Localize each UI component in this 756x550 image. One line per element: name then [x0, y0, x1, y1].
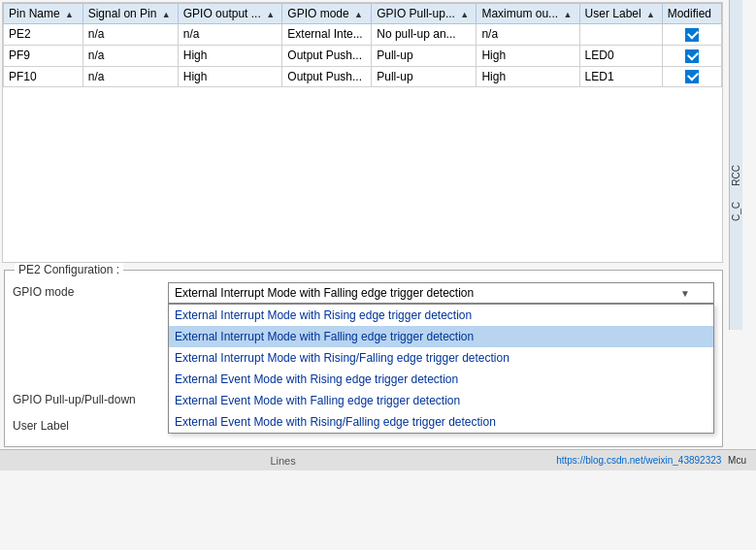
user-label-label: User Label	[13, 416, 168, 433]
dropdown-item-3[interactable]: External Interrupt Mode with Rising/Fall…	[169, 347, 713, 369]
cell-signal: n/a	[82, 24, 178, 46]
col-header-pin-name[interactable]: Pin Name ▲	[4, 4, 83, 24]
dropdown-item-6[interactable]: External Event Mode with Rising/Falling …	[169, 411, 713, 433]
cell-user-label	[579, 24, 662, 46]
table-area: Pin Name ▲ Signal on Pin ▲ GPIO output .…	[2, 2, 723, 263]
cell-signal: n/a	[82, 45, 178, 66]
config-section: PE2 Configuration : GPIO mode External I…	[4, 270, 723, 447]
dropdown-item-2[interactable]: External Interrupt Mode with Falling edg…	[169, 326, 713, 347]
cell-max-out: High	[477, 45, 579, 66]
sort-arrow-max-out: ▲	[563, 10, 572, 19]
col-header-user-label[interactable]: User Label ▲	[579, 4, 662, 24]
col-header-signal[interactable]: Signal on Pin ▲	[82, 4, 178, 24]
gpio-mode-control: External Interrupt Mode with Falling edg…	[168, 282, 714, 304]
cell-gpio-mode: Output Push...	[282, 45, 372, 66]
gpio-mode-value: External Interrupt Mode with Falling edg…	[175, 286, 474, 300]
cell-gpio-pullup: Pull-up	[372, 45, 477, 66]
cell-gpio-output: High	[178, 45, 282, 66]
cell-user-label: LED1	[579, 66, 662, 87]
cell-max-out: n/a	[477, 24, 579, 46]
gpio-table: Pin Name ▲ Signal on Pin ▲ GPIO output .…	[3, 3, 722, 87]
sort-arrow-pin-name: ▲	[65, 10, 74, 19]
cell-max-out: High	[477, 66, 579, 87]
cell-pin-name: PF9	[4, 45, 83, 66]
gpio-mode-label: GPIO mode	[13, 282, 168, 299]
cell-gpio-mode: External Inte...	[282, 24, 372, 46]
cell-gpio-output: High	[178, 66, 282, 87]
table-row[interactable]: PE2 n/a n/a External Inte... No pull-up …	[4, 24, 722, 46]
table-header-row: Pin Name ▲ Signal on Pin ▲ GPIO output .…	[4, 4, 722, 24]
cell-pin-name: PF10	[4, 66, 83, 87]
main-container: Pin Name ▲ Signal on Pin ▲ GPIO output .…	[0, 0, 756, 550]
cell-pin-name: PE2	[4, 24, 83, 46]
gpio-mode-dropdown: External Interrupt Mode with Rising edge…	[168, 304, 714, 434]
cell-modified	[662, 66, 721, 87]
cell-gpio-output: n/a	[178, 24, 282, 46]
dropdown-item-4[interactable]: External Event Mode with Rising edge tri…	[169, 369, 713, 390]
col-header-gpio-mode[interactable]: GPIO mode ▲	[282, 4, 372, 24]
empty-table-area	[3, 87, 722, 262]
sidebar-label-cc[interactable]: C_C	[731, 202, 741, 221]
sidebar-label-rcc[interactable]: RCC	[731, 165, 741, 186]
dropdown-arrow-icon: ▼	[680, 288, 690, 299]
pullup-label: GPIO Pull-up/Pull-down	[13, 390, 168, 406]
cell-modified	[662, 24, 721, 46]
sort-arrow-user-label: ▲	[646, 10, 655, 19]
sort-arrow-gpio-output: ▲	[266, 10, 275, 19]
cell-signal: n/a	[82, 66, 178, 87]
col-header-max-out[interactable]: Maximum ou... ▲	[477, 4, 579, 24]
cell-user-label: LED0	[579, 45, 662, 66]
gpio-mode-select[interactable]: External Interrupt Mode with Falling edg…	[168, 282, 714, 304]
sort-arrow-signal: ▲	[162, 10, 171, 19]
config-row-gpio-mode: GPIO mode External Interrupt Mode with F…	[13, 278, 714, 304]
bottom-bar-right: https://blog.csdn.net/weixin_43892323 Mc…	[556, 455, 746, 466]
config-title: PE2 Configuration :	[15, 263, 123, 276]
table-row[interactable]: PF9 n/a High Output Push... Pull-up High…	[4, 45, 722, 66]
cell-modified	[662, 45, 721, 66]
col-header-modified[interactable]: Modified	[662, 4, 721, 24]
cell-gpio-pullup: No pull-up an...	[372, 24, 477, 46]
col-header-gpio-output[interactable]: GPIO output ... ▲	[178, 4, 282, 24]
dropdown-item-1[interactable]: External Interrupt Mode with Rising edge…	[169, 305, 713, 326]
bottom-bar: Lines https://blog.csdn.net/weixin_43892…	[0, 449, 756, 470]
col-header-gpio-pullup[interactable]: GPIO Pull-up... ▲	[372, 4, 477, 24]
modified-checkbox	[685, 28, 699, 42]
table-row[interactable]: PF10 n/a High Output Push... Pull-up Hig…	[4, 66, 722, 87]
cell-gpio-pullup: Pull-up	[372, 66, 477, 87]
cell-gpio-mode: Output Push...	[282, 66, 372, 87]
modified-checkbox	[685, 49, 699, 63]
bottom-bar-center: Lines	[10, 455, 556, 467]
dropdown-item-5[interactable]: External Event Mode with Falling edge tr…	[169, 390, 713, 411]
sort-arrow-gpio-mode: ▲	[354, 10, 363, 19]
sort-arrow-gpio-pullup: ▲	[460, 10, 469, 19]
modified-checkbox	[685, 70, 699, 83]
